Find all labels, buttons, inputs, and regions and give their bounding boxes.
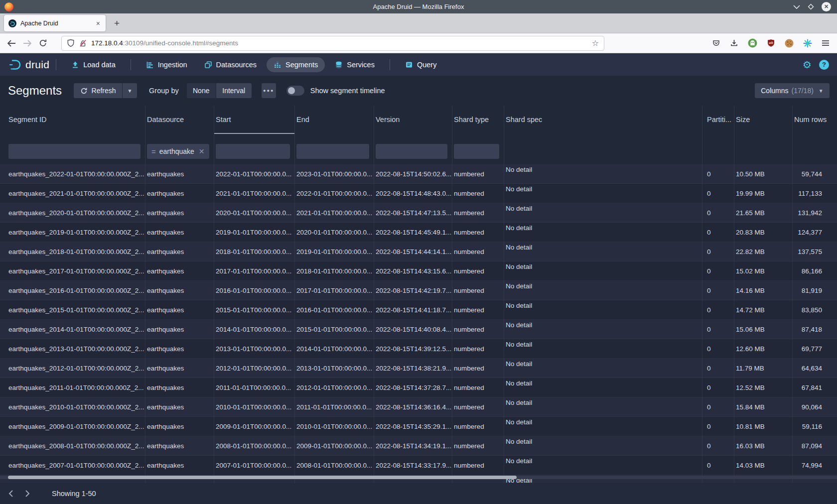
url-text[interactable]: 172.18.0.4:30109/unified-console.html#se…	[91, 39, 592, 47]
cell-segment-id: earthquakes_2013-01-01T00:00:00.000Z_2..…	[7, 339, 145, 359]
cell-start: 2013-01-01T00:00:00.0...	[214, 339, 295, 359]
column-header-end[interactable]: End	[295, 106, 374, 134]
column-header-start[interactable]: Start	[214, 106, 295, 134]
ghostery-extension-icon[interactable]	[748, 38, 757, 48]
table-row[interactable]: earthquakes_2018-01-01T00:00:00.000Z_2..…	[0, 242, 837, 261]
nav-item-load-data[interactable]: Load data	[64, 57, 123, 72]
cell-shard-spec: No detail	[504, 436, 702, 456]
horizontal-scrollbar-thumb[interactable]	[8, 476, 517, 479]
table-row[interactable]: earthquakes_2011-01-01T00:00:00.000Z_2..…	[0, 378, 837, 397]
group-by-label: Group by	[149, 87, 179, 95]
refresh-button[interactable]: Refresh	[74, 83, 122, 98]
table-row[interactable]: earthquakes_2015-01-01T00:00:00.000Z_2..…	[0, 300, 837, 320]
segment-timeline-toggle[interactable]	[286, 86, 304, 96]
bookmark-star-icon[interactable]: ☆	[592, 38, 599, 48]
column-header-segment-id[interactable]: Segment ID	[7, 106, 145, 134]
pocket-icon[interactable]	[712, 39, 720, 47]
shard-type-filter-input[interactable]	[454, 144, 499, 159]
table-row[interactable]: earthquakes_2008-01-01T00:00:00.000Z_2..…	[0, 436, 837, 456]
nav-item-query[interactable]: Query	[398, 57, 444, 72]
forward-icon[interactable]	[23, 40, 32, 47]
back-icon[interactable]	[7, 40, 16, 47]
cell-segment-id: earthquakes_2014-01-01T00:00:00.000Z_2..…	[7, 320, 145, 339]
table-row[interactable]: earthquakes_2009-01-01T00:00:00.000Z_2..…	[0, 417, 837, 436]
filter-remove-icon[interactable]: ✕	[199, 147, 205, 155]
refresh-dropdown-button[interactable]: ▼	[123, 83, 137, 98]
tab-title: Apache Druid	[20, 20, 95, 27]
cell-end: 2021-01-01T00:00:00.0...	[295, 203, 374, 223]
datasource-filter-input[interactable]: = earthquake ✕	[147, 144, 209, 159]
cell-size: 15.06 MB	[734, 320, 793, 339]
column-header-partition[interactable]: Partiti...	[702, 106, 734, 134]
more-options-button[interactable]: ●●●	[262, 83, 276, 98]
url-bar[interactable]: 172.18.0.4:30109/unified-console.html#se…	[61, 36, 604, 51]
druid-brand-text: druid	[25, 59, 49, 71]
services-icon	[335, 61, 343, 69]
column-header-num-rows[interactable]: Num rows	[793, 106, 837, 134]
nav-item-ingestion[interactable]: Ingestion	[139, 57, 194, 72]
window-close-icon[interactable]: ✕	[822, 2, 831, 11]
table-row[interactable]: earthquakes_2007-01-01T00:00:00.000Z_2..…	[0, 456, 837, 475]
new-tab-button[interactable]: +	[114, 18, 120, 28]
tracking-protection-shield-icon[interactable]	[67, 39, 75, 47]
ublock-extension-icon[interactable]: uO	[767, 39, 775, 48]
table-row[interactable]: earthquakes_2012-01-01T00:00:00.000Z_2..…	[0, 359, 837, 378]
druid-logo[interactable]: druid	[8, 58, 49, 71]
filter-value: earthquake	[159, 147, 194, 155]
table-row[interactable]: earthquakes_2017-01-01T00:00:00.000Z_2..…	[0, 261, 837, 281]
group-by-interval-button[interactable]: Interval	[216, 83, 252, 98]
cell-datasource: earthquakes	[145, 281, 214, 300]
column-header-shard-type[interactable]: Shard type	[452, 106, 504, 134]
previous-page-icon[interactable]	[4, 487, 17, 500]
horizontal-scrollbar-track[interactable]	[0, 476, 837, 479]
version-filter-input[interactable]	[376, 144, 447, 159]
reload-icon[interactable]	[39, 39, 47, 47]
window-minimize-icon[interactable]	[793, 5, 800, 9]
nav-item-services[interactable]: Services	[328, 57, 382, 72]
table-row[interactable]: earthquakes_2019-01-01T00:00:00.000Z_2..…	[0, 223, 837, 242]
cell-shard-type: numbered	[452, 203, 504, 223]
end-filter-input[interactable]	[296, 144, 369, 159]
table-row[interactable]: earthquakes_2014-01-01T00:00:00.000Z_2..…	[0, 320, 837, 339]
tab-close-icon[interactable]: ×	[95, 19, 101, 27]
start-filter-input[interactable]	[216, 144, 290, 159]
table-row[interactable]: earthquakes_2022-01-01T00:00:00.000Z_2..…	[0, 164, 837, 184]
cell-end: 2014-01-01T00:00:00.0...	[295, 339, 374, 359]
column-header-size[interactable]: Size	[734, 106, 793, 134]
columns-button[interactable]: Columns (17/18) ▼	[755, 83, 830, 98]
chevron-down-icon: ▼	[819, 88, 824, 94]
browser-tab[interactable]: Apache Druid ×	[4, 15, 106, 31]
cell-end: 2008-01-01T00:00:00.0...	[295, 456, 374, 475]
cell-segment-id: earthquakes_2016-01-01T00:00:00.000Z_2..…	[7, 281, 145, 300]
downloads-icon[interactable]	[730, 39, 738, 47]
table-row[interactable]: earthquakes_2020-01-01T00:00:00.000Z_2..…	[0, 203, 837, 223]
cell-shard-type: numbered	[452, 359, 504, 378]
table-row[interactable]: earthquakes_2010-01-01T00:00:00.000Z_2..…	[0, 397, 837, 417]
cell-segment-id: earthquakes_2019-01-01T00:00:00.000Z_2..…	[7, 223, 145, 242]
cell-num-rows: 137,575	[793, 242, 837, 261]
group-by-none-button[interactable]: None	[187, 83, 216, 98]
cell-end: 2010-01-01T00:00:00.0...	[295, 417, 374, 436]
menu-hamburger-icon[interactable]	[822, 40, 830, 46]
browser-toolbar: 172.18.0.4:30109/unified-console.html#se…	[0, 33, 837, 53]
settings-gear-icon[interactable]: ⚙	[803, 60, 812, 70]
next-page-icon[interactable]	[21, 487, 34, 500]
nav-item-segments[interactable]: Segments	[267, 57, 325, 72]
table-row[interactable]: earthquakes_2013-01-01T00:00:00.000Z_2..…	[0, 339, 837, 359]
segment-id-filter-input[interactable]	[8, 144, 140, 159]
column-header-datasource[interactable]: Datasource	[145, 106, 214, 134]
insecure-lock-icon[interactable]	[79, 39, 87, 47]
help-icon[interactable]: ?	[819, 60, 829, 70]
column-header-shard-spec[interactable]: Shard spec	[504, 106, 702, 134]
cell-segment-id: earthquakes_2022-01-01T00:00:00.000Z_2..…	[7, 164, 145, 184]
cell-start: 2016-01-01T00:00:00.0...	[214, 281, 295, 300]
cell-datasource: earthquakes	[145, 359, 214, 378]
cell-datasource: earthquakes	[145, 378, 214, 397]
table-row[interactable]: earthquakes_2021-01-01T00:00:00.000Z_2..…	[0, 184, 837, 203]
table-row[interactable]: earthquakes_2016-01-01T00:00:00.000Z_2..…	[0, 281, 837, 300]
window-maximize-icon[interactable]	[808, 3, 814, 10]
asterisk-extension-icon[interactable]	[803, 39, 812, 48]
cookie-extension-icon[interactable]	[785, 39, 794, 48]
column-header-version[interactable]: Version	[374, 106, 452, 134]
nav-item-datasources[interactable]: Datasources	[197, 57, 264, 72]
